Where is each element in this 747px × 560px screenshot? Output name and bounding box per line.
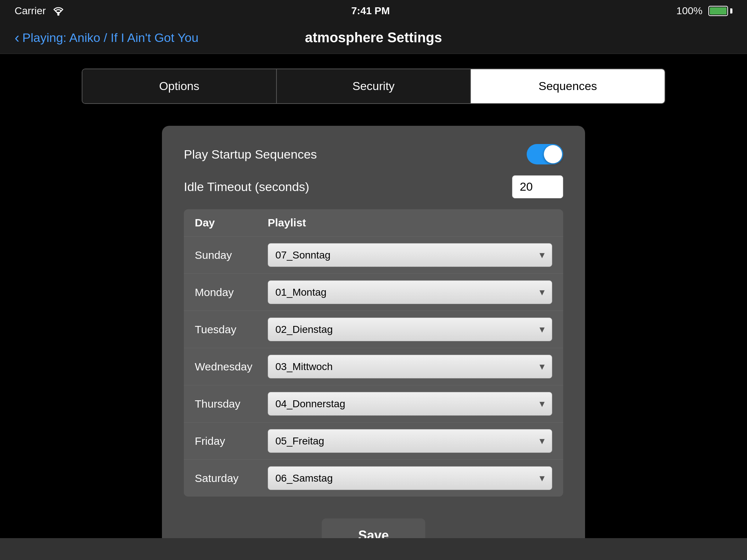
- day-label: Monday: [195, 286, 268, 299]
- table-header: Day Playlist: [184, 209, 563, 236]
- wifi-icon: [52, 6, 65, 16]
- wednesday-playlist-select[interactable]: 03_Mittwoch: [268, 355, 552, 378]
- playlist-select-wrapper: 05_Freitag ▼: [268, 429, 552, 453]
- day-label: Thursday: [195, 398, 268, 410]
- time-label: 7:41 PM: [351, 5, 390, 17]
- table-row: Wednesday 03_Mittwoch ▼: [184, 348, 563, 385]
- table-row: Sunday 07_Sonntag ▼: [184, 236, 563, 273]
- chevron-left-icon: ‹: [15, 30, 19, 46]
- table-row: Tuesday 02_Dienstag ▼: [184, 311, 563, 348]
- day-column-header: Day: [195, 217, 268, 229]
- tab-options[interactable]: Options: [82, 69, 277, 103]
- playlist-select-wrapper: 04_Donnerstag ▼: [268, 392, 552, 416]
- idle-timeout-row: Idle Timeout (seconds): [184, 175, 563, 198]
- playlist-column-header: Playlist: [268, 217, 552, 229]
- tab-security[interactable]: Security: [277, 69, 471, 103]
- saturday-playlist-select[interactable]: 06_Samstag: [268, 466, 552, 490]
- playlist-select-wrapper: 07_Sonntag ▼: [268, 243, 552, 267]
- playlist-select-wrapper: 02_Dienstag ▼: [268, 318, 552, 341]
- day-label: Saturday: [195, 472, 268, 485]
- settings-panel: Play Startup Sequences Idle Timeout (sec…: [162, 126, 585, 560]
- idle-timeout-label: Idle Timeout (seconds): [184, 180, 309, 194]
- table-row: Monday 01_Montag ▼: [184, 273, 563, 311]
- table-row: Friday 05_Freitag ▼: [184, 422, 563, 459]
- tab-sequences[interactable]: Sequences: [471, 69, 665, 103]
- tab-bar: Options Security Sequences: [82, 69, 665, 104]
- day-label: Friday: [195, 435, 268, 447]
- table-row: Saturday 06_Samstag ▼: [184, 459, 563, 497]
- battery-percent: 100%: [676, 5, 703, 17]
- carrier-label: Carrier: [15, 5, 46, 17]
- play-startup-label: Play Startup Sequences: [184, 147, 317, 162]
- day-label: Wednesday: [195, 361, 268, 373]
- friday-playlist-select[interactable]: 05_Freitag: [268, 429, 552, 453]
- playlist-select-wrapper: 03_Mittwoch ▼: [268, 355, 552, 378]
- monday-playlist-select[interactable]: 01_Montag: [268, 280, 552, 304]
- play-startup-row: Play Startup Sequences: [184, 144, 563, 164]
- content-area: Options Security Sequences Play Startup …: [0, 54, 747, 538]
- playlist-select-wrapper: 06_Samstag ▼: [268, 466, 552, 490]
- battery-icon: [708, 6, 732, 16]
- thursday-playlist-select[interactable]: 04_Donnerstag: [268, 392, 552, 416]
- nav-bar: ‹ Playing: Aniko / If I Ain't Got You at…: [0, 22, 747, 54]
- back-button[interactable]: ‹ Playing: Aniko / If I Ain't Got You: [15, 30, 198, 46]
- svg-point-0: [57, 13, 59, 16]
- table-row: Thursday 04_Donnerstag ▼: [184, 385, 563, 422]
- playlist-select-wrapper: 01_Montag ▼: [268, 280, 552, 304]
- idle-timeout-input[interactable]: [512, 175, 563, 198]
- day-playlist-table: Day Playlist Sunday 07_Sonntag ▼ Monday: [184, 209, 563, 497]
- sunday-playlist-select[interactable]: 07_Sonntag: [268, 243, 552, 267]
- back-label: Playing: Aniko / If I Ain't Got You: [22, 31, 198, 45]
- day-label: Sunday: [195, 249, 268, 261]
- tuesday-playlist-select[interactable]: 02_Dienstag: [268, 318, 552, 341]
- page-title: atmosphere Settings: [305, 30, 442, 46]
- play-startup-toggle[interactable]: [527, 144, 563, 164]
- bottom-bar: [0, 538, 747, 560]
- status-bar: Carrier 7:41 PM 100%: [0, 0, 747, 22]
- day-label: Tuesday: [195, 323, 268, 336]
- toggle-knob: [544, 145, 562, 163]
